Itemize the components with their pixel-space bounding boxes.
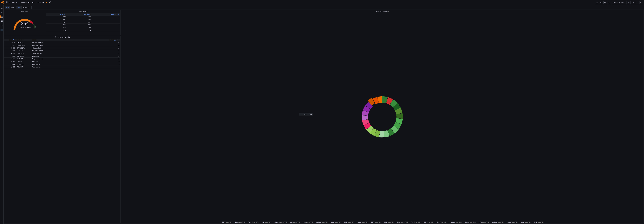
- svg-line-18: [629, 3, 630, 3]
- svg-rect-15: [609, 2, 610, 3]
- svg-point-8: [50, 3, 51, 3]
- chevron-down-icon: ▾: [625, 2, 625, 3]
- svg-line-9: [50, 2, 50, 2]
- side-nav: aws: [0, 5, 4, 10]
- grafana-logo[interactable]: [1, 1, 5, 5]
- variable-year-label: year: [5, 6, 10, 9]
- breadcrumb: re:Invent 2021 / Amazon Redshift - Sampl…: [8, 2, 51, 4]
- variable-year-select[interactable]: 2008 ▾: [10, 6, 16, 9]
- svg-rect-4: [6, 3, 6, 3]
- svg-point-6: [50, 2, 51, 2]
- star-icon[interactable]: ★: [46, 2, 47, 4]
- time-range-label: Last 6 hours: [616, 2, 624, 4]
- svg-point-14: [605, 2, 606, 3]
- search-icon[interactable]: [0, 7, 3, 9]
- svg-rect-3: [7, 2, 7, 2]
- refresh-button[interactable]: [631, 1, 635, 5]
- refresh-interval-dropdown[interactable]: ▾: [635, 1, 639, 5]
- dashboard-grid-icon[interactable]: [6, 2, 8, 4]
- svg-rect-2: [6, 2, 6, 2]
- breadcrumb-separator: /: [20, 2, 20, 4]
- variable-city: city High Point ▾: [17, 6, 32, 9]
- svg-line-10: [50, 3, 50, 3]
- share-icon[interactable]: [49, 2, 51, 4]
- topbar-right: Last 6 hours ▾ ▾: [595, 1, 643, 5]
- dashboard-grid: Total sales 0 400 500 354 quarterly sale…: [4, 9, 644, 10]
- svg-line-23: [2, 8, 2, 9]
- variable-city-label: city: [17, 6, 22, 9]
- svg-rect-5: [7, 3, 7, 3]
- breadcrumb-title[interactable]: Amazon Redshift - Sample DB: [21, 2, 44, 4]
- zoom-out-button[interactable]: [627, 1, 630, 5]
- variable-city-value: High Point: [23, 7, 29, 8]
- time-range-picker[interactable]: Last 6 hours ▾: [612, 1, 626, 5]
- breadcrumb-folder[interactable]: re:Invent 2021: [8, 2, 19, 4]
- variable-city-select[interactable]: High Point ▾: [22, 6, 32, 9]
- svg-rect-20: [640, 2, 642, 3]
- svg-point-7: [49, 2, 50, 3]
- variable-year: year 2008 ▾: [5, 6, 16, 9]
- chevron-down-icon: ▾: [30, 7, 30, 8]
- topbar: re:Invent 2021 / Amazon Redshift - Sampl…: [0, 0, 644, 5]
- svg-point-22: [1, 7, 2, 9]
- variable-year-value: 2008: [11, 7, 14, 8]
- svg-point-1: [2, 2, 4, 3]
- open-original-button[interactable]: [608, 1, 611, 5]
- cycle-view-button[interactable]: [639, 1, 643, 5]
- variable-row: year 2008 ▾ city High Point ▾: [0, 5, 644, 10]
- save-button[interactable]: [599, 1, 603, 5]
- settings-gear-icon[interactable]: [604, 1, 607, 5]
- chevron-down-icon: ▾: [15, 7, 15, 8]
- add-panel-button[interactable]: [595, 1, 599, 5]
